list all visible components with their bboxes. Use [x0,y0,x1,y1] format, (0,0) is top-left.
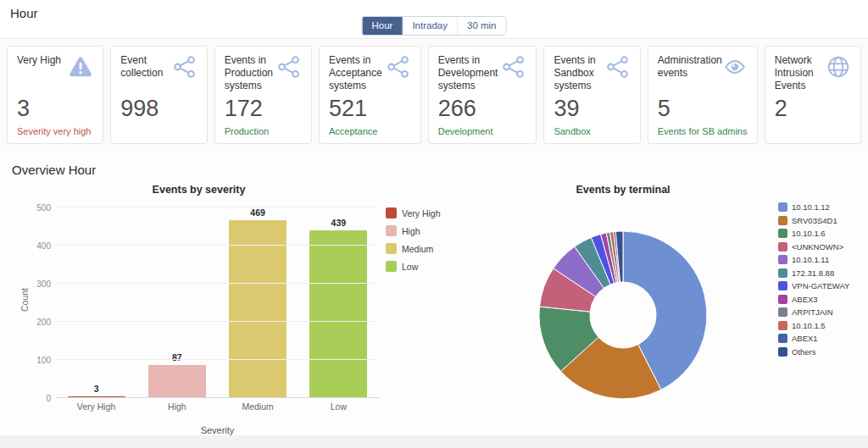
legend-swatch [778,347,787,357]
gridline [56,283,379,284]
share-icon [276,54,302,80]
bar-rect[interactable] [309,230,367,398]
bottom-strip [0,435,868,448]
kpi-footer: Severity very high [17,126,93,137]
legend-swatch [778,295,787,304]
kpi-value: 5 [658,97,748,120]
bar-plot[interactable]: 387469439 [56,207,379,398]
kpi-title: Event collection [120,54,168,80]
legend-item-10.10.1.5[interactable]: 10.10.1.5 [778,321,868,330]
legend-label: 10.10.1.12 [792,202,830,212]
share-icon [172,54,198,80]
legend-item--unknown-[interactable]: <UNKNOWN> [778,242,868,252]
legend-item-abex1[interactable]: ABEX1 [778,334,868,343]
globe-icon [826,54,851,80]
legend-swatch [778,229,787,238]
bar-chart-events-by-severity: Events by severity Count 010020030040050… [0,184,458,435]
bar-rect[interactable] [148,365,206,398]
legend-swatch [386,261,397,272]
legend-swatch [778,268,787,278]
gridline [56,245,379,246]
header-bar: Hour Hour Intraday 30 min [0,0,868,39]
legend-item-high[interactable]: High [386,225,441,236]
bar-medium[interactable]: 469 [218,207,298,398]
y-tick-label: 400 [36,241,51,251]
y-tick-label: 500 [36,203,51,213]
legend-item-others[interactable]: Others [778,347,868,357]
legend-label: <UNKNOWN> [792,242,843,252]
legend-item-low[interactable]: Low [386,261,441,272]
legend-label: Very High [402,208,441,218]
kpi-title: Events in Acceptance systems [329,54,382,92]
y-tick-label: 100 [36,356,51,365]
y-tick-label: 300 [36,279,51,289]
gridline [56,397,379,398]
bar-chart-legend: Very HighHighMediumLow [386,207,441,435]
bar-value-label: 469 [250,207,265,218]
legend-swatch [386,225,397,236]
tab-hour[interactable]: Hour [362,17,403,35]
kpi-card-administration-events[interactable]: Administration events 5 Events for SB ad… [648,46,758,144]
legend-item-arpitjain[interactable]: ARPITJAIN [778,307,868,317]
legend-swatch [778,334,787,343]
page-title: Hour [10,6,38,20]
kpi-card-event-collection[interactable]: Event collection 998 [110,46,207,144]
tab-30min[interactable]: 30 min [458,17,506,35]
kpi-card-development-events[interactable]: Events in Development systems 266 Develo… [428,46,537,144]
kpi-value: 266 [438,97,527,120]
kpi-title: Network Intrusion Events [775,54,822,92]
bar-value-label: 3 [94,384,99,394]
kpi-footer: Production [225,126,302,137]
legend-label: 10.10.1.11 [792,255,829,264]
bar-high[interactable]: 87 [136,207,217,398]
kpi-cards-row: Very High 3 Severity very high Event col… [0,39,868,151]
bar-very-high[interactable]: 3 [56,207,136,398]
legend-swatch [386,207,397,218]
gridline [56,321,379,322]
legend-label: ABEX1 [792,334,818,343]
kpi-card-very-high[interactable]: Very High 3 Severity very high [7,46,103,144]
legend-item-172.31.8.88[interactable]: 172.31.8.88 [778,268,868,278]
legend-label: Others [792,347,816,357]
legend-item-10.10.1.6[interactable]: 10.10.1.6 [778,229,868,238]
x-tick-label: Low [298,401,379,412]
legend-item-srv03s4d1[interactable]: SRV03S4D1 [778,216,868,225]
section-title: Overview Hour [12,163,868,177]
gridline [56,359,379,360]
kpi-card-network-intrusion[interactable]: Network Intrusion Events 2 [765,46,861,144]
legend-item-medium[interactable]: Medium [386,243,441,254]
kpi-card-sandbox-events[interactable]: Events in Sandbox systems 39 Sandbox [543,46,640,144]
kpi-card-acceptance-events[interactable]: Events in Acceptance systems 521 Accepta… [319,46,421,144]
donut-chart[interactable] [537,230,709,401]
legend-label: VPN-GATEWAY [792,281,849,290]
y-axis-title: Count [19,287,30,311]
bar-value-label: 439 [331,218,347,228]
bar-rect[interactable] [229,220,287,398]
legend-label: 10.10.1.5 [792,321,826,330]
charts-row: Events by severity Count 010020030040050… [0,184,868,435]
kpi-title: Administration events [658,54,719,80]
legend-swatch [386,243,397,254]
legend-item-vpn-gateway[interactable]: VPN-GATEWAY [778,281,868,290]
legend-item-abex3[interactable]: ABEX3 [778,295,868,304]
time-range-tabs: Hour Intraday 30 min [361,16,506,36]
legend-swatch [778,307,787,317]
legend-label: ABEX3 [792,295,818,304]
legend-item-10.10.1.11[interactable]: 10.10.1.11 [778,255,868,264]
kpi-value: 521 [329,97,411,120]
eye-icon [722,54,748,80]
warning-icon [68,54,93,80]
legend-item-very-high[interactable]: Very High [386,207,441,218]
x-tick-label: Very High [56,401,136,412]
kpi-value: 2 [775,97,851,120]
y-tick-label: 200 [36,318,51,327]
kpi-footer [120,126,197,137]
kpi-footer: Development [438,126,527,137]
gridline [56,207,379,207]
bar-low[interactable]: 439 [298,207,379,398]
x-tick-label: High [136,401,217,412]
kpi-card-production-events[interactable]: Events in Production systems 172 Product… [214,46,312,144]
legend-item-10.10.1.12[interactable]: 10.10.1.12 [778,202,868,212]
bar-value-label: 87 [172,352,182,362]
tab-intraday[interactable]: Intraday [403,17,458,35]
